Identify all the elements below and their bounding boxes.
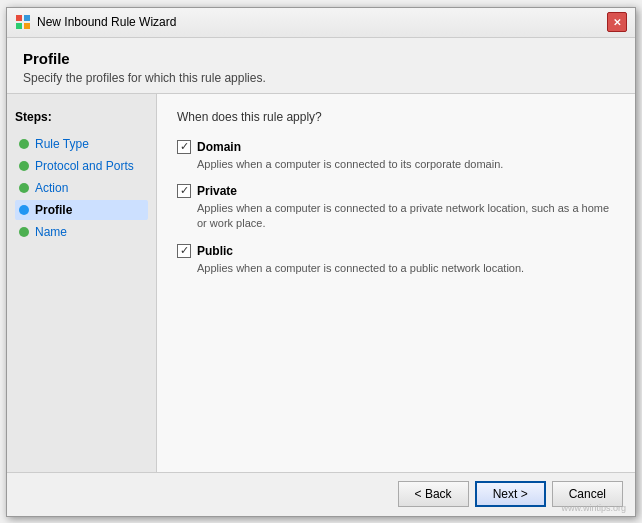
- check-private: ✓: [180, 185, 189, 196]
- svg-rect-1: [24, 15, 30, 21]
- window-body: Profile Specify the profiles for which t…: [7, 38, 635, 516]
- title-text: New Inbound Rule Wizard: [37, 15, 176, 29]
- option-public: ✓ Public Applies when a computer is conn…: [177, 244, 615, 276]
- title-bar-left: New Inbound Rule Wizard: [15, 14, 176, 30]
- option-public-label-row: ✓ Public: [177, 244, 615, 258]
- sidebar-item-action[interactable]: Action: [15, 178, 148, 198]
- option-private-description: Applies when a computer is connected to …: [197, 201, 615, 232]
- option-public-name: Public: [197, 244, 233, 258]
- sidebar-item-protocol-ports[interactable]: Protocol and Ports: [15, 156, 148, 176]
- title-bar: New Inbound Rule Wizard ✕: [7, 8, 635, 38]
- sidebar-label-profile: Profile: [35, 203, 72, 217]
- option-private: ✓ Private Applies when a computer is con…: [177, 184, 615, 232]
- sidebar: Steps: Rule Type Protocol and Ports Acti…: [7, 94, 157, 472]
- main-window: New Inbound Rule Wizard ✕ Profile Specif…: [6, 7, 636, 517]
- page-subtitle: Specify the profiles for which this rule…: [23, 71, 619, 85]
- sidebar-item-rule-type[interactable]: Rule Type: [15, 134, 148, 154]
- dot-profile: [19, 205, 29, 215]
- option-domain-description: Applies when a computer is connected to …: [197, 157, 615, 172]
- option-domain: ✓ Domain Applies when a computer is conn…: [177, 140, 615, 172]
- dot-rule-type: [19, 139, 29, 149]
- dot-name: [19, 227, 29, 237]
- checkbox-private[interactable]: ✓: [177, 184, 191, 198]
- check-domain: ✓: [180, 141, 189, 152]
- check-public: ✓: [180, 245, 189, 256]
- svg-rect-3: [24, 23, 30, 29]
- close-button[interactable]: ✕: [607, 12, 627, 32]
- sidebar-item-profile[interactable]: Profile: [15, 200, 148, 220]
- option-domain-label-row: ✓ Domain: [177, 140, 615, 154]
- dot-protocol-ports: [19, 161, 29, 171]
- sidebar-label-protocol-ports: Protocol and Ports: [35, 159, 134, 173]
- main-panel: When does this rule apply? ✓ Domain Appl…: [157, 94, 635, 472]
- sidebar-label-action: Action: [35, 181, 68, 195]
- main-question: When does this rule apply?: [177, 110, 615, 124]
- next-button[interactable]: Next >: [475, 481, 546, 507]
- option-private-name: Private: [197, 184, 237, 198]
- option-public-description: Applies when a computer is connected to …: [197, 261, 615, 276]
- sidebar-heading: Steps:: [15, 110, 148, 124]
- header-area: Profile Specify the profiles for which t…: [7, 38, 635, 93]
- dot-action: [19, 183, 29, 193]
- checkbox-public[interactable]: ✓: [177, 244, 191, 258]
- checkbox-domain[interactable]: ✓: [177, 140, 191, 154]
- svg-rect-2: [16, 23, 22, 29]
- sidebar-item-name[interactable]: Name: [15, 222, 148, 242]
- footer-area: < Back Next > Cancel: [7, 472, 635, 516]
- content-area: Steps: Rule Type Protocol and Ports Acti…: [7, 94, 635, 472]
- option-private-label-row: ✓ Private: [177, 184, 615, 198]
- wizard-icon: [15, 14, 31, 30]
- cancel-button[interactable]: Cancel: [552, 481, 623, 507]
- sidebar-label-rule-type: Rule Type: [35, 137, 89, 151]
- back-button[interactable]: < Back: [398, 481, 469, 507]
- svg-rect-0: [16, 15, 22, 21]
- page-title: Profile: [23, 50, 619, 67]
- option-domain-name: Domain: [197, 140, 241, 154]
- sidebar-label-name: Name: [35, 225, 67, 239]
